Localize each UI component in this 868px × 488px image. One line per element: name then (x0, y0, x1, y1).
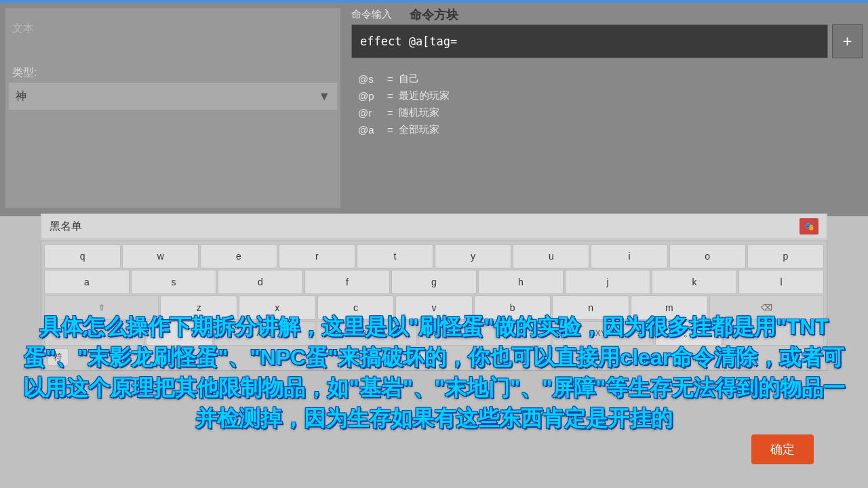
key-nums[interactable]: 123 (420, 350, 448, 365)
key-o[interactable]: o (669, 244, 746, 268)
add-command-button[interactable]: + (832, 24, 863, 58)
key-123[interactable]: ?123 (44, 321, 144, 346)
key-y[interactable]: y (435, 244, 511, 268)
key-q[interactable]: q (44, 244, 121, 268)
keyboard-row-1: q w e r t y u i o p (44, 244, 824, 268)
keyboard-row-4: ?123 ， ABC BC XYZ 。 ↵ (44, 321, 824, 346)
key-fu[interactable]: 符 (47, 348, 68, 366)
hint-r: @r = 随机玩家 (358, 106, 856, 119)
key-i[interactable]: i (591, 244, 667, 268)
type-label: 类型: (12, 66, 37, 80)
key-k[interactable]: k (652, 270, 737, 294)
key-p[interactable]: p (747, 244, 824, 268)
key-e[interactable]: e (200, 244, 277, 268)
key-comma[interactable]: ， (146, 321, 213, 346)
key-z[interactable]: z (160, 296, 237, 320)
key-bc[interactable]: BC (317, 321, 417, 346)
key-j[interactable]: j (565, 270, 650, 294)
key-c[interactable]: c (317, 296, 395, 320)
key-b[interactable]: b (474, 296, 551, 320)
key-g[interactable]: g (391, 270, 477, 294)
key-t[interactable]: t (357, 244, 433, 268)
key-s[interactable]: s (131, 270, 216, 294)
top-border (0, 0, 868, 3)
key-shift[interactable]: ⇧ (44, 296, 159, 320)
key-u[interactable]: u (513, 244, 589, 268)
key-shen[interactable]: 申 (800, 348, 821, 366)
key-a[interactable]: a (44, 270, 130, 294)
keyboard-bottom-row: 符 123 申 (44, 347, 824, 367)
key-space[interactable] (418, 321, 552, 346)
key-d[interactable]: d (218, 270, 303, 294)
hint-a: @a = 全部玩家 (358, 123, 856, 136)
key-f[interactable]: f (304, 270, 390, 294)
hint-s: @s = 自己 (358, 73, 856, 85)
command-input[interactable] (351, 24, 828, 58)
key-xyz[interactable]: XYZ (553, 321, 653, 346)
key-v[interactable]: v (395, 296, 473, 320)
command-panel: 命令输入 + @s = 自己 @p = 最近的玩家 @r = 随机玩家 @a =… (346, 3, 868, 216)
dropdown-value: 神 (16, 89, 26, 104)
hint-p: @p = 最近的玩家 (358, 89, 856, 102)
blacklist-icon: 🎭 (800, 218, 818, 235)
blacklist-header: 黑名单 🎭 (41, 214, 827, 239)
key-l[interactable]: l (738, 270, 824, 294)
left-panel: 文本 类型: 神 ▼ (0, 3, 346, 216)
key-n[interactable]: n (552, 296, 629, 320)
key-w[interactable]: w (122, 244, 199, 268)
type-dropdown[interactable]: 神 ▼ (9, 83, 337, 110)
keyboard-panel: q w e r t y u i o p a s d f g h j k l ⇧ … (41, 241, 827, 371)
window-title: 命令方块 (0, 7, 868, 23)
keyboard-row-2: a s d f g h j k l (44, 270, 824, 294)
key-abc[interactable]: ABC (214, 321, 315, 346)
key-m[interactable]: m (631, 296, 708, 320)
key-r[interactable]: r (279, 244, 355, 268)
command-hints: @s = 自己 @p = 最近的玩家 @r = 随机玩家 @a = 全部玩家 (351, 65, 863, 144)
key-x[interactable]: x (239, 296, 316, 320)
blacklist-title: 黑名单 (50, 220, 82, 234)
key-period[interactable]: 。 (655, 321, 722, 346)
key-backspace[interactable]: ⌫ (709, 296, 824, 320)
confirm-button[interactable]: 确定 (751, 434, 814, 464)
key-enter[interactable]: ↵ (724, 321, 824, 346)
key-h[interactable]: h (478, 270, 564, 294)
keyboard-row-3: ⇧ z x c v b n m ⌫ (44, 296, 824, 320)
text-label: 文本 (12, 22, 34, 36)
chevron-down-icon: ▼ (318, 89, 330, 104)
